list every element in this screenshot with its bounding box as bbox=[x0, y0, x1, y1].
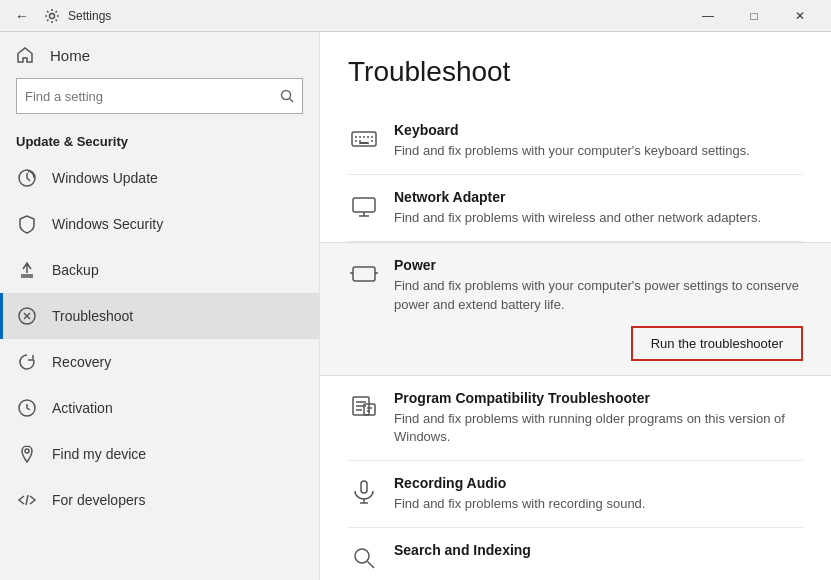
title-bar: ← Settings — □ ✕ bbox=[0, 0, 831, 32]
svg-rect-23 bbox=[353, 267, 375, 281]
compat-icon bbox=[348, 390, 380, 422]
svg-line-37 bbox=[368, 562, 375, 569]
app-title: Settings bbox=[68, 9, 685, 23]
troubleshoot-item-network[interactable]: Network Adapter Find and fix problems wi… bbox=[348, 175, 803, 242]
troubleshoot-item-power[interactable]: Power Find and fix problems with your co… bbox=[320, 242, 831, 375]
troubleshoot-icon bbox=[16, 305, 38, 327]
sidebar-item-activation[interactable]: Activation bbox=[0, 385, 319, 431]
svg-point-0 bbox=[50, 13, 55, 18]
find-icon bbox=[16, 443, 38, 465]
home-label: Home bbox=[50, 47, 90, 64]
windows-update-label: Windows Update bbox=[52, 170, 158, 186]
power-icon bbox=[348, 257, 380, 289]
run-button-row: Run the troubleshooter bbox=[348, 326, 803, 361]
search-box[interactable] bbox=[16, 78, 303, 114]
sidebar-item-windows-update[interactable]: Windows Update bbox=[0, 155, 319, 201]
maximize-button[interactable]: □ bbox=[731, 0, 777, 32]
backup-icon bbox=[16, 259, 38, 281]
keyboard-desc: Find and fix problems with your computer… bbox=[394, 142, 803, 160]
compat-desc: Find and fix problems with running older… bbox=[394, 410, 803, 446]
troubleshoot-item-compat[interactable]: Program Compatibility Troubleshooter Fin… bbox=[348, 376, 803, 461]
app-body: Home Update & Security Wi bbox=[0, 32, 831, 580]
search-input[interactable] bbox=[25, 89, 280, 104]
sidebar: Home Update & Security Wi bbox=[0, 32, 320, 580]
keyboard-icon bbox=[348, 122, 380, 154]
home-icon bbox=[16, 46, 34, 64]
troubleshoot-item-keyboard[interactable]: Keyboard Find and fix problems with your… bbox=[348, 108, 803, 175]
recovery-icon bbox=[16, 351, 38, 373]
sidebar-item-home[interactable]: Home bbox=[0, 32, 319, 78]
backup-label: Backup bbox=[52, 262, 99, 278]
find-my-device-label: Find my device bbox=[52, 446, 146, 462]
search-title: Search and Indexing bbox=[394, 542, 803, 558]
update-icon bbox=[16, 167, 38, 189]
search-icon bbox=[280, 89, 294, 103]
power-title: Power bbox=[394, 257, 803, 273]
for-developers-label: For developers bbox=[52, 492, 145, 508]
window-controls: — □ ✕ bbox=[685, 0, 823, 32]
troubleshoot-item-audio[interactable]: Recording Audio Find and fix problems wi… bbox=[348, 461, 803, 528]
network-title: Network Adapter bbox=[394, 189, 803, 205]
troubleshoot-label: Troubleshoot bbox=[52, 308, 133, 324]
troubleshoot-item-search[interactable]: Search and Indexing bbox=[348, 528, 803, 580]
minimize-button[interactable]: — bbox=[685, 0, 731, 32]
windows-security-label: Windows Security bbox=[52, 216, 163, 232]
search-indexing-icon bbox=[348, 542, 380, 574]
keyboard-title: Keyboard bbox=[394, 122, 803, 138]
back-button[interactable]: ← bbox=[8, 2, 36, 30]
compat-title: Program Compatibility Troubleshooter bbox=[394, 390, 803, 406]
audio-title: Recording Audio bbox=[394, 475, 803, 491]
close-button[interactable]: ✕ bbox=[777, 0, 823, 32]
svg-rect-33 bbox=[361, 481, 367, 493]
network-desc: Find and fix problems with wireless and … bbox=[394, 209, 803, 227]
page-title: Troubleshoot bbox=[348, 56, 803, 88]
sidebar-item-windows-security[interactable]: Windows Security bbox=[0, 201, 319, 247]
svg-point-36 bbox=[355, 549, 369, 563]
sidebar-item-for-developers[interactable]: For developers bbox=[0, 477, 319, 523]
svg-rect-20 bbox=[353, 198, 375, 212]
sidebar-item-backup[interactable]: Backup bbox=[0, 247, 319, 293]
svg-line-9 bbox=[26, 495, 28, 505]
audio-desc: Find and fix problems with recording sou… bbox=[394, 495, 803, 513]
svg-point-1 bbox=[282, 91, 291, 100]
recovery-label: Recovery bbox=[52, 354, 111, 370]
sidebar-item-troubleshoot[interactable]: Troubleshoot bbox=[0, 293, 319, 339]
sidebar-item-recovery[interactable]: Recovery bbox=[0, 339, 319, 385]
activation-label: Activation bbox=[52, 400, 113, 416]
svg-point-8 bbox=[25, 449, 29, 453]
main-content: Troubleshoot bbox=[320, 32, 831, 580]
sidebar-item-find-my-device[interactable]: Find my device bbox=[0, 431, 319, 477]
power-desc: Find and fix problems with your computer… bbox=[394, 277, 803, 313]
sidebar-section-title: Update & Security bbox=[0, 126, 319, 155]
network-icon bbox=[348, 189, 380, 221]
developer-icon bbox=[16, 489, 38, 511]
audio-icon bbox=[348, 475, 380, 507]
svg-line-2 bbox=[290, 99, 294, 103]
settings-icon bbox=[42, 6, 62, 26]
activation-icon bbox=[16, 397, 38, 419]
shield-icon bbox=[16, 213, 38, 235]
run-troubleshooter-button[interactable]: Run the troubleshooter bbox=[631, 326, 803, 361]
